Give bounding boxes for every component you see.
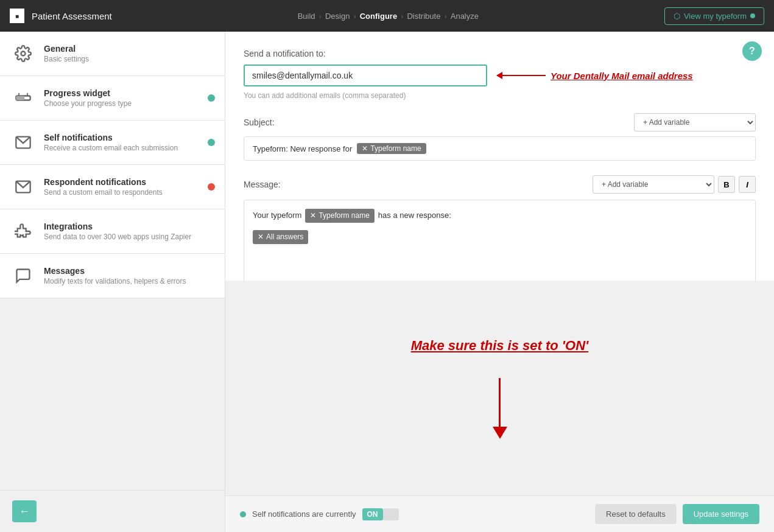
subject-label: Subject:	[244, 117, 275, 127]
email-input[interactable]	[244, 65, 487, 86]
update-settings-button[interactable]: Update settings	[683, 504, 759, 524]
sidebar-item-general[interactable]: General Basic settings	[0, 32, 225, 76]
message-line-1: Your typeform ✕ Typeform name has a new …	[253, 209, 747, 223]
message-line-2: ✕ All answers	[253, 230, 747, 244]
progress-badge	[208, 94, 215, 102]
sidebar-item-respondent-notif[interactable]: Respondent notifications Send a custom e…	[0, 165, 225, 209]
respondent-notif-label: Respondent notifications	[44, 177, 213, 187]
email-annotation: Your Dentally Mail email address	[497, 71, 693, 81]
nav-analyze[interactable]: Analyze	[451, 12, 479, 21]
big-arrow	[493, 378, 507, 439]
message-prefix: Your typeform	[253, 209, 301, 222]
big-arrow-head	[493, 427, 507, 439]
subject-add-variable-select[interactable]: + Add variable	[634, 113, 756, 131]
email-row: Your Dentally Mail email address	[244, 65, 756, 86]
subject-box: Typeform: New response for ✕ Typeform na…	[244, 136, 756, 161]
content-area: ? Send a notification to: Your Dentally …	[225, 32, 774, 532]
sidebar-item-messages[interactable]: Messages Modify texts for validations, h…	[0, 254, 225, 298]
subject-tag: ✕ Typeform name	[357, 143, 426, 154]
puzzle-icon	[12, 220, 34, 242]
bottom-right: Reset to defaults Update settings	[595, 504, 759, 524]
message-box[interactable]: Your typeform ✕ Typeform name has a new …	[244, 200, 756, 281]
envelope-icon	[12, 131, 34, 153]
reset-defaults-button[interactable]: Reset to defaults	[595, 504, 677, 524]
integrations-label: Integrations	[44, 222, 213, 231]
bold-button[interactable]: B	[718, 176, 735, 193]
sidebar-item-progress[interactable]: Progress widget Choose your progress typ…	[0, 76, 225, 121]
sidebar-back: ←	[0, 490, 225, 532]
progress-label: Progress widget	[44, 88, 213, 98]
status-dot	[240, 511, 246, 517]
content-body: Send a notification to: Your Dentally Ma…	[225, 32, 774, 281]
message-label: Message:	[244, 180, 281, 189]
main-layout: General Basic settings Progress widget C…	[0, 32, 774, 532]
live-indicator-dot	[750, 13, 755, 18]
back-button[interactable]: ←	[12, 500, 37, 522]
tag-name-label: Typeform name	[318, 210, 369, 222]
annotation-arrow	[497, 75, 546, 76]
bottom-bar: Self notifications are currently ON Rese…	[225, 495, 774, 532]
message-tag: ✕ Typeform name	[305, 209, 374, 223]
status-text: Self notifications are currently	[252, 509, 356, 519]
annotation-big-text: Make sure this is set to 'ON'	[411, 338, 589, 354]
toggle-wrapper[interactable]: ON	[362, 508, 399, 520]
email-helper-text: You can add additional emails (comma sep…	[244, 91, 756, 100]
view-typeform-button[interactable]: ⬡ View my typeform	[664, 7, 764, 25]
sidebar-item-integrations[interactable]: Integrations Send data to over 300 web a…	[0, 209, 225, 254]
messages-label: Messages	[44, 266, 213, 276]
app-header: ■ Patient Assessment Build › Design › Co…	[0, 0, 774, 32]
sidebar: General Basic settings Progress widget C…	[0, 32, 225, 532]
message-header: Message: + Add variable B I	[244, 175, 756, 194]
general-desc: Basic settings	[44, 55, 213, 63]
app-title: Patient Assessment	[32, 11, 112, 21]
self-notif-desc: Receive a custom email each submission	[44, 144, 213, 152]
tag-x-icon[interactable]: ✕	[362, 144, 368, 153]
annotation-area: Make sure this is set to 'ON'	[225, 281, 774, 495]
svg-rect-2	[16, 96, 24, 100]
toggle-off-label	[383, 508, 399, 520]
app-logo: ■	[10, 9, 24, 23]
message-add-variable-select[interactable]: + Add variable	[593, 175, 714, 194]
annotation-label: Your Dentally Mail email address	[551, 71, 693, 81]
gear-icon	[12, 43, 34, 65]
external-link-icon: ⬡	[674, 12, 680, 21]
integrations-desc: Send data to over 300 web apps using Zap…	[44, 233, 213, 241]
send-to-label: Send a notification to:	[244, 49, 756, 58]
messages-desc: Modify texts for validations, helpers & …	[44, 277, 213, 285]
nav-configure[interactable]: Configure	[360, 12, 397, 21]
envelope-out-icon	[12, 176, 34, 198]
all-answers-label: All answers	[266, 231, 303, 243]
progress-icon	[12, 87, 34, 109]
header-left: ■ Patient Assessment	[10, 9, 112, 23]
respondent-notif-desc: Send a custom email to respondents	[44, 188, 213, 197]
chat-icon	[12, 265, 34, 287]
nav-distribute[interactable]: Distribute	[407, 12, 440, 21]
self-notif-label: Self notifications	[44, 133, 213, 142]
main-nav: Build › Design › Configure › Distribute …	[298, 12, 479, 21]
nav-design[interactable]: Design	[325, 12, 350, 21]
italic-button[interactable]: I	[739, 176, 756, 193]
subject-row: Subject: + Add variable	[244, 113, 756, 131]
message-suffix: has a new response:	[378, 209, 451, 222]
progress-desc: Choose your progress type	[44, 99, 213, 108]
tag-x-icon-2[interactable]: ✕	[258, 231, 264, 243]
sidebar-item-self-notif[interactable]: Self notifications Receive a custom emai…	[0, 121, 225, 165]
status-left: Self notifications are currently ON	[240, 508, 399, 520]
svg-point-0	[21, 52, 26, 56]
help-button[interactable]: ?	[742, 41, 762, 61]
toggle-on-label[interactable]: ON	[362, 508, 383, 520]
subject-prefix: Typeform: New response for	[253, 144, 352, 153]
self-notif-badge	[208, 139, 215, 146]
message-tools: + Add variable B I	[593, 175, 756, 194]
tag-x-icon[interactable]: ✕	[310, 210, 316, 222]
respondent-notif-badge	[208, 183, 215, 191]
nav-build[interactable]: Build	[298, 12, 315, 21]
big-arrow-line	[499, 378, 501, 427]
general-label: General	[44, 44, 213, 54]
message-all-answers-tag: ✕ All answers	[253, 230, 308, 244]
tag-label: Typeform name	[370, 144, 421, 153]
